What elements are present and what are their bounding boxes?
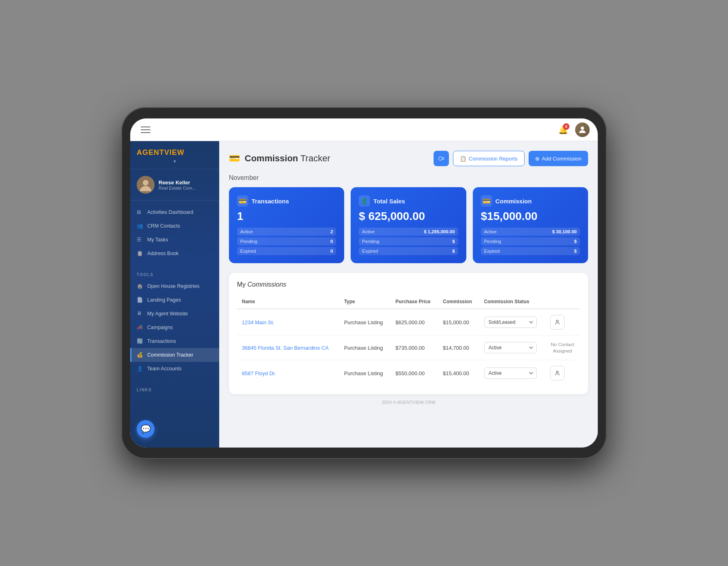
- row-type-cell: Purchase Listing: [339, 309, 391, 336]
- sidebar-item-activities[interactable]: ⊞ Activities Dashboard: [130, 205, 219, 219]
- user-avatar-button[interactable]: [575, 122, 590, 137]
- crm-icon: 👥: [137, 223, 143, 229]
- table-row: 1234 Main St. Purchase Listing $625,000.…: [237, 309, 580, 336]
- svg-point-9: [556, 371, 558, 373]
- team-icon: 👤: [137, 365, 143, 372]
- hamburger-menu-button[interactable]: [138, 122, 153, 137]
- no-contact-label: No ContactAssigned: [550, 341, 575, 354]
- transactions-card: 💳 Transactions 1 Active 2 Pending 0: [229, 187, 344, 263]
- expired-label: Expired: [484, 249, 500, 253]
- property-link[interactable]: 8587 Floyd Dr.: [242, 370, 276, 376]
- card-bg-icon: [553, 230, 582, 257]
- sidebar-item-team[interactable]: 👤 Team Accounts: [130, 362, 219, 376]
- page-header: 💳 Commission Tracker 📋: [229, 151, 588, 166]
- status-dropdown[interactable]: Sold/Leased Active Pending Expired: [484, 317, 537, 328]
- pending-label: Pending: [240, 239, 257, 244]
- sidebar-item-crm[interactable]: 👥 CRM Contacts: [130, 219, 219, 233]
- page-title-icon: 💳: [229, 153, 240, 164]
- top-bar-left: [138, 122, 153, 137]
- commission-icon: 💰: [137, 352, 143, 358]
- total-sales-icon: 💲: [359, 195, 370, 207]
- sidebar-item-website[interactable]: 🖥 My Agent Website: [130, 307, 219, 321]
- app-logo: AGENTVIEW: [137, 148, 213, 157]
- links-nav-section: LINKS: [130, 380, 219, 399]
- sidebar-user-role: Real Estate Com...: [159, 186, 196, 190]
- footer: 2024 © AGENTVIEW CRM: [229, 394, 588, 407]
- status-dropdown[interactable]: Sold/Leased Active Pending Expired: [484, 367, 537, 379]
- page-title-regular: Tracker: [298, 153, 330, 163]
- top-bar-right: 🔔 8: [556, 122, 590, 137]
- sidebar-item-tasks[interactable]: ☰ My Tasks: [130, 233, 219, 247]
- sidebar-item-label: Activities Dashboard: [147, 209, 193, 215]
- commissions-section: My Commissions Name Type Purchase Price …: [229, 273, 588, 394]
- total-sales-value: $ 625,000.00: [359, 210, 458, 223]
- row-price-cell: $625,000.00: [391, 309, 438, 336]
- sidebar-item-landing[interactable]: 📄 Landing Pages: [130, 293, 219, 307]
- row-action-cell: [545, 360, 580, 386]
- sidebar-item-openhouse[interactable]: 🏠 Open House Registries: [130, 279, 219, 293]
- transactions-value: 1: [237, 210, 336, 223]
- transactions-title: Transactions: [252, 198, 289, 205]
- tools-nav-section: TOOLS 🏠 Open House Registries 📄 Landing …: [130, 265, 219, 380]
- sidebar-item-commission-tracker[interactable]: 💰 Commission Tracker: [130, 348, 219, 362]
- website-icon: 🖥: [137, 310, 143, 317]
- top-bar: 🔔 8: [130, 118, 598, 141]
- user-profile: Reese Keller Real Estate Com...: [130, 169, 219, 201]
- campaigns-icon: 📣: [137, 324, 143, 331]
- commission-value: $15,000.00: [481, 210, 580, 223]
- add-commission-button[interactable]: ⊕ Add Commission: [529, 151, 588, 166]
- sidebar-user-avatar: [137, 176, 154, 194]
- person-icon: [578, 125, 587, 135]
- page-title-group: 💳 Commission Tracker: [229, 153, 330, 164]
- col-header-commission: Commission: [438, 295, 479, 309]
- chat-button[interactable]: 💬: [137, 420, 154, 438]
- row-type-cell: Purchase Listing: [339, 336, 391, 360]
- stats-grid: 💳 Transactions 1 Active 2 Pending 0: [229, 187, 588, 263]
- commission-card: 💳 Commission $15,000.00 Active $ 30,100.…: [473, 187, 588, 263]
- commission-reports-label: Commission Reports: [469, 156, 518, 162]
- page-title: Commission Tracker: [245, 153, 330, 164]
- status-dropdown[interactable]: Sold/Leased Active Pending Expired: [484, 342, 537, 353]
- sidebar: AGENTVIEW ▾ Reese Keller Real Es: [130, 141, 219, 448]
- contact-button[interactable]: [550, 366, 565, 380]
- table-header-row: Name Type Purchase Price Commission Comm…: [237, 295, 580, 309]
- commission-title: Commission: [495, 198, 532, 205]
- svg-point-0: [581, 127, 584, 130]
- logo-agent: AGENT: [137, 148, 164, 156]
- notifications-button[interactable]: 🔔 8: [556, 122, 570, 137]
- row-price-cell: $550,000.00: [391, 360, 438, 386]
- hamburger-line-1: [141, 127, 150, 127]
- row-commission-cell: $15,400.00: [438, 360, 479, 386]
- row-action-cell: No ContactAssigned: [545, 336, 580, 360]
- row-commission-cell: $15,000.00: [438, 309, 479, 336]
- commissions-italic-label: Commissions: [248, 281, 286, 288]
- page-title-bold: Commission: [245, 153, 298, 163]
- property-link[interactable]: 1234 Main St.: [242, 319, 274, 325]
- svg-rect-3: [311, 235, 336, 247]
- commission-reports-button[interactable]: 📋 Commission Reports: [453, 151, 525, 166]
- col-header-action: [545, 295, 580, 309]
- transactions-icon: 🔄: [137, 338, 143, 344]
- svg-rect-5: [314, 243, 320, 245]
- month-label: November: [229, 174, 588, 182]
- property-link[interactable]: 36845 Florida St. San Bernardino CA: [242, 345, 329, 351]
- hamburger-line-2: [141, 129, 150, 130]
- contact-icon: [554, 370, 560, 376]
- my-label: My: [237, 281, 245, 288]
- sidebar-item-address-book[interactable]: 📋 Address Book: [130, 247, 219, 260]
- video-button[interactable]: [434, 151, 449, 166]
- activities-icon: ⊞: [137, 209, 143, 215]
- add-icon: ⊕: [535, 156, 540, 162]
- row-name-cell: 1234 Main St.: [237, 309, 339, 336]
- sidebar-item-transactions[interactable]: 🔄 Transactions: [130, 334, 219, 348]
- contact-button[interactable]: [550, 315, 565, 329]
- main-nav-section: ⊞ Activities Dashboard 👥 CRM Contacts ☰ …: [130, 201, 219, 265]
- sidebar-header: AGENTVIEW ▾: [130, 141, 219, 169]
- landing-icon: 📄: [137, 297, 143, 303]
- svg-text:$: $: [443, 237, 447, 245]
- expired-label: Expired: [362, 249, 378, 253]
- commission-card-icon: 💳: [481, 195, 492, 207]
- address-icon: 📋: [137, 250, 143, 257]
- sidebar-item-campaigns[interactable]: 📣 Campaigns: [130, 321, 219, 334]
- user-info: Reese Keller Real Estate Com...: [159, 180, 196, 190]
